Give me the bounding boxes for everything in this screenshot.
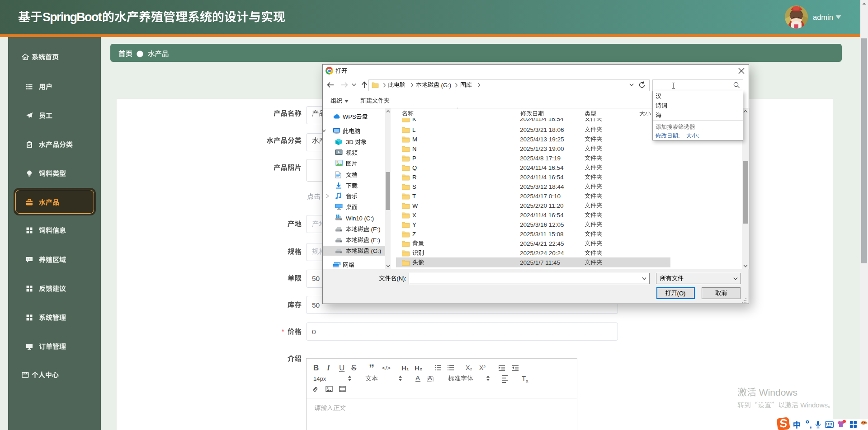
svg-text:,: , [810,421,812,430]
